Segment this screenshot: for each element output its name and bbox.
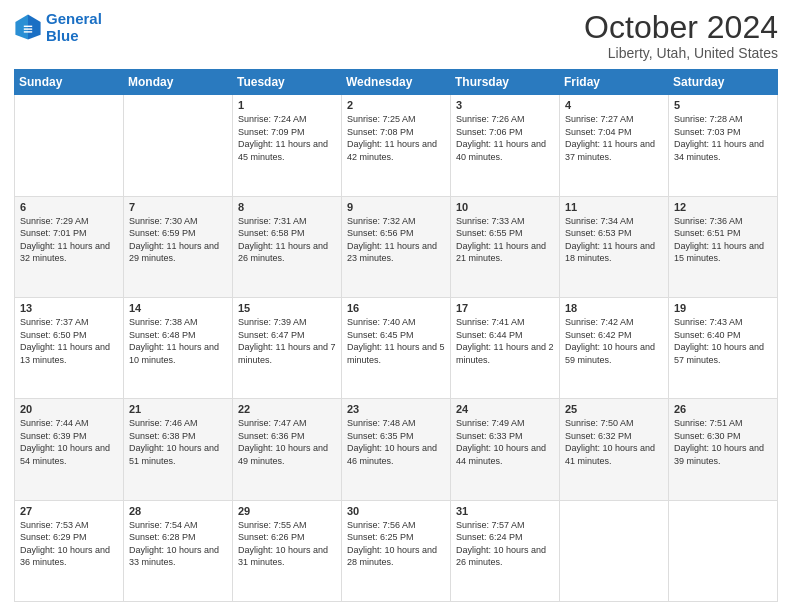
col-wednesday: Wednesday bbox=[342, 70, 451, 95]
col-saturday: Saturday bbox=[669, 70, 778, 95]
page: General Blue October 2024 Liberty, Utah,… bbox=[0, 0, 792, 612]
day-info: Sunrise: 7:56 AM Sunset: 6:25 PM Dayligh… bbox=[347, 519, 445, 569]
table-row: 30Sunrise: 7:56 AM Sunset: 6:25 PM Dayli… bbox=[342, 500, 451, 601]
table-row: 31Sunrise: 7:57 AM Sunset: 6:24 PM Dayli… bbox=[451, 500, 560, 601]
table-row: 29Sunrise: 7:55 AM Sunset: 6:26 PM Dayli… bbox=[233, 500, 342, 601]
day-number: 4 bbox=[565, 99, 663, 111]
table-row: 14Sunrise: 7:38 AM Sunset: 6:48 PM Dayli… bbox=[124, 297, 233, 398]
day-info: Sunrise: 7:48 AM Sunset: 6:35 PM Dayligh… bbox=[347, 417, 445, 467]
svg-rect-4 bbox=[24, 29, 32, 30]
col-monday: Monday bbox=[124, 70, 233, 95]
table-row: 21Sunrise: 7:46 AM Sunset: 6:38 PM Dayli… bbox=[124, 399, 233, 500]
day-number: 17 bbox=[456, 302, 554, 314]
table-row: 28Sunrise: 7:54 AM Sunset: 6:28 PM Dayli… bbox=[124, 500, 233, 601]
day-info: Sunrise: 7:32 AM Sunset: 6:56 PM Dayligh… bbox=[347, 215, 445, 265]
calendar-header-row: Sunday Monday Tuesday Wednesday Thursday… bbox=[15, 70, 778, 95]
day-info: Sunrise: 7:34 AM Sunset: 6:53 PM Dayligh… bbox=[565, 215, 663, 265]
logo-blue: Blue bbox=[46, 27, 102, 44]
day-number: 5 bbox=[674, 99, 772, 111]
svg-rect-3 bbox=[24, 26, 32, 27]
table-row: 22Sunrise: 7:47 AM Sunset: 6:36 PM Dayli… bbox=[233, 399, 342, 500]
day-number: 25 bbox=[565, 403, 663, 415]
table-row: 11Sunrise: 7:34 AM Sunset: 6:53 PM Dayli… bbox=[560, 196, 669, 297]
day-info: Sunrise: 7:31 AM Sunset: 6:58 PM Dayligh… bbox=[238, 215, 336, 265]
table-row: 18Sunrise: 7:42 AM Sunset: 6:42 PM Dayli… bbox=[560, 297, 669, 398]
calendar: Sunday Monday Tuesday Wednesday Thursday… bbox=[14, 69, 778, 602]
day-number: 18 bbox=[565, 302, 663, 314]
table-row: 1Sunrise: 7:24 AM Sunset: 7:09 PM Daylig… bbox=[233, 95, 342, 196]
day-number: 7 bbox=[129, 201, 227, 213]
calendar-week-row: 6Sunrise: 7:29 AM Sunset: 7:01 PM Daylig… bbox=[15, 196, 778, 297]
day-number: 14 bbox=[129, 302, 227, 314]
day-number: 9 bbox=[347, 201, 445, 213]
table-row: 27Sunrise: 7:53 AM Sunset: 6:29 PM Dayli… bbox=[15, 500, 124, 601]
table-row: 12Sunrise: 7:36 AM Sunset: 6:51 PM Dayli… bbox=[669, 196, 778, 297]
svg-rect-5 bbox=[24, 31, 32, 32]
table-row: 5Sunrise: 7:28 AM Sunset: 7:03 PM Daylig… bbox=[669, 95, 778, 196]
day-info: Sunrise: 7:42 AM Sunset: 6:42 PM Dayligh… bbox=[565, 316, 663, 366]
day-number: 11 bbox=[565, 201, 663, 213]
month-title: October 2024 bbox=[584, 10, 778, 45]
day-info: Sunrise: 7:50 AM Sunset: 6:32 PM Dayligh… bbox=[565, 417, 663, 467]
table-row: 19Sunrise: 7:43 AM Sunset: 6:40 PM Dayli… bbox=[669, 297, 778, 398]
day-info: Sunrise: 7:33 AM Sunset: 6:55 PM Dayligh… bbox=[456, 215, 554, 265]
day-info: Sunrise: 7:54 AM Sunset: 6:28 PM Dayligh… bbox=[129, 519, 227, 569]
day-info: Sunrise: 7:26 AM Sunset: 7:06 PM Dayligh… bbox=[456, 113, 554, 163]
day-number: 23 bbox=[347, 403, 445, 415]
table-row: 17Sunrise: 7:41 AM Sunset: 6:44 PM Dayli… bbox=[451, 297, 560, 398]
day-number: 8 bbox=[238, 201, 336, 213]
table-row: 13Sunrise: 7:37 AM Sunset: 6:50 PM Dayli… bbox=[15, 297, 124, 398]
day-number: 20 bbox=[20, 403, 118, 415]
table-row bbox=[124, 95, 233, 196]
table-row: 3Sunrise: 7:26 AM Sunset: 7:06 PM Daylig… bbox=[451, 95, 560, 196]
table-row bbox=[669, 500, 778, 601]
calendar-week-row: 13Sunrise: 7:37 AM Sunset: 6:50 PM Dayli… bbox=[15, 297, 778, 398]
location-title: Liberty, Utah, United States bbox=[584, 45, 778, 61]
day-info: Sunrise: 7:25 AM Sunset: 7:08 PM Dayligh… bbox=[347, 113, 445, 163]
day-info: Sunrise: 7:36 AM Sunset: 6:51 PM Dayligh… bbox=[674, 215, 772, 265]
day-info: Sunrise: 7:41 AM Sunset: 6:44 PM Dayligh… bbox=[456, 316, 554, 366]
table-row: 8Sunrise: 7:31 AM Sunset: 6:58 PM Daylig… bbox=[233, 196, 342, 297]
col-sunday: Sunday bbox=[15, 70, 124, 95]
logo-text: General Blue bbox=[46, 10, 102, 45]
calendar-week-row: 1Sunrise: 7:24 AM Sunset: 7:09 PM Daylig… bbox=[15, 95, 778, 196]
day-number: 12 bbox=[674, 201, 772, 213]
table-row: 26Sunrise: 7:51 AM Sunset: 6:30 PM Dayli… bbox=[669, 399, 778, 500]
day-number: 21 bbox=[129, 403, 227, 415]
title-block: October 2024 Liberty, Utah, United State… bbox=[584, 10, 778, 61]
day-number: 24 bbox=[456, 403, 554, 415]
table-row: 15Sunrise: 7:39 AM Sunset: 6:47 PM Dayli… bbox=[233, 297, 342, 398]
day-info: Sunrise: 7:39 AM Sunset: 6:47 PM Dayligh… bbox=[238, 316, 336, 366]
day-info: Sunrise: 7:27 AM Sunset: 7:04 PM Dayligh… bbox=[565, 113, 663, 163]
day-info: Sunrise: 7:37 AM Sunset: 6:50 PM Dayligh… bbox=[20, 316, 118, 366]
day-info: Sunrise: 7:43 AM Sunset: 6:40 PM Dayligh… bbox=[674, 316, 772, 366]
day-info: Sunrise: 7:29 AM Sunset: 7:01 PM Dayligh… bbox=[20, 215, 118, 265]
table-row: 20Sunrise: 7:44 AM Sunset: 6:39 PM Dayli… bbox=[15, 399, 124, 500]
table-row: 16Sunrise: 7:40 AM Sunset: 6:45 PM Dayli… bbox=[342, 297, 451, 398]
table-row: 10Sunrise: 7:33 AM Sunset: 6:55 PM Dayli… bbox=[451, 196, 560, 297]
day-number: 15 bbox=[238, 302, 336, 314]
day-number: 3 bbox=[456, 99, 554, 111]
table-row: 6Sunrise: 7:29 AM Sunset: 7:01 PM Daylig… bbox=[15, 196, 124, 297]
logo: General Blue bbox=[14, 10, 102, 45]
day-info: Sunrise: 7:28 AM Sunset: 7:03 PM Dayligh… bbox=[674, 113, 772, 163]
day-number: 29 bbox=[238, 505, 336, 517]
table-row: 9Sunrise: 7:32 AM Sunset: 6:56 PM Daylig… bbox=[342, 196, 451, 297]
logo-general: General bbox=[46, 10, 102, 27]
day-number: 6 bbox=[20, 201, 118, 213]
table-row: 2Sunrise: 7:25 AM Sunset: 7:08 PM Daylig… bbox=[342, 95, 451, 196]
day-info: Sunrise: 7:49 AM Sunset: 6:33 PM Dayligh… bbox=[456, 417, 554, 467]
day-info: Sunrise: 7:55 AM Sunset: 6:26 PM Dayligh… bbox=[238, 519, 336, 569]
col-thursday: Thursday bbox=[451, 70, 560, 95]
calendar-week-row: 20Sunrise: 7:44 AM Sunset: 6:39 PM Dayli… bbox=[15, 399, 778, 500]
day-number: 2 bbox=[347, 99, 445, 111]
table-row: 24Sunrise: 7:49 AM Sunset: 6:33 PM Dayli… bbox=[451, 399, 560, 500]
day-number: 13 bbox=[20, 302, 118, 314]
day-info: Sunrise: 7:46 AM Sunset: 6:38 PM Dayligh… bbox=[129, 417, 227, 467]
day-number: 10 bbox=[456, 201, 554, 213]
logo-icon bbox=[14, 13, 42, 41]
day-info: Sunrise: 7:38 AM Sunset: 6:48 PM Dayligh… bbox=[129, 316, 227, 366]
header: General Blue October 2024 Liberty, Utah,… bbox=[14, 10, 778, 61]
col-friday: Friday bbox=[560, 70, 669, 95]
day-number: 22 bbox=[238, 403, 336, 415]
